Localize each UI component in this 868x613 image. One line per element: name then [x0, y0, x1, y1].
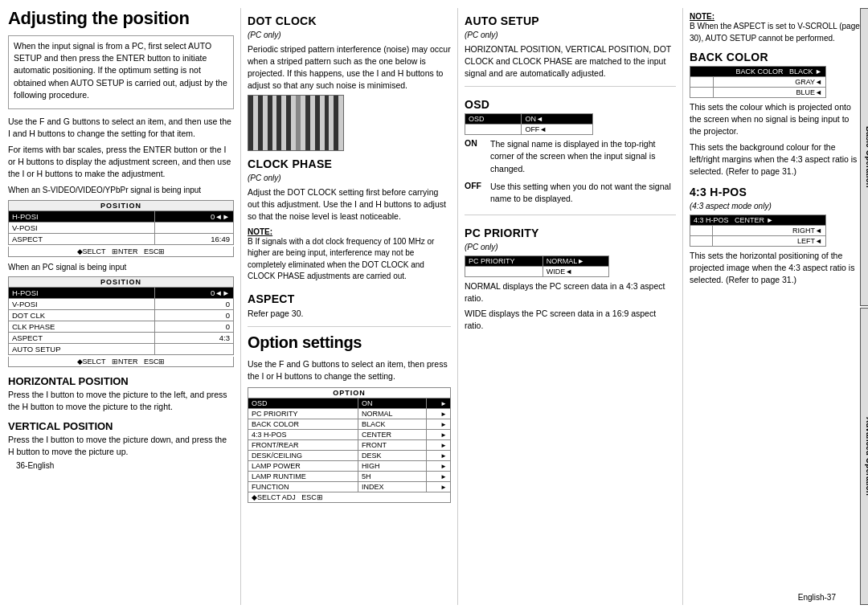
pos-row-label: CLK PHASE [9, 321, 155, 333]
option-row-label: BACK COLOR [248, 419, 358, 430]
main-title: Adjusting the position [8, 8, 234, 29]
pos-row-label: H-POSI [9, 210, 155, 222]
table-row: AUTO SETUP [9, 344, 234, 355]
left-footer: 36-English [16, 461, 242, 470]
pos-row-label: V-POSI [9, 222, 155, 233]
option-arrow: ► [426, 409, 450, 419]
back-color-title: BACK COLOR [690, 51, 860, 63]
back-color-row: BACK COLOR BLACK ► [690, 67, 826, 77]
table-row: BLUE◄ [690, 88, 826, 98]
advanced-operation-label: Advanced Operation [860, 308, 868, 606]
table-row: WIDE◄ [465, 266, 609, 276]
back-color-text1: This sets the colour which is projected … [690, 101, 860, 138]
auto-setup-text: HORIZONTAL POSITION, VERTICAL POSITION, … [465, 43, 676, 80]
dot-clock-subtitle: (PC only) [248, 30, 451, 42]
signal-label2: When an PC signal is being input [8, 262, 234, 274]
horiz-pos-text: Press the I button to move the picture t… [8, 389, 234, 413]
note-box-text: B When the ASPECT is set to V-SCROLL (pa… [690, 21, 860, 44]
clock-phase-text: Adjust the DOT CLOCK setting first befor… [248, 186, 451, 223]
stripe [338, 96, 343, 150]
table-row: V-POSI 0 [9, 299, 234, 310]
pc-wide-text: WIDE displays the PC screen data in a 16… [465, 308, 676, 332]
table-row: PC PRIORITY NORMAL ► [248, 409, 451, 419]
option-row-label: LAMP RUNTIME [248, 472, 358, 482]
osd-row-label [465, 125, 522, 135]
table-row: CLK PHASE 0 [9, 321, 234, 333]
option-row-value: 5H [358, 472, 427, 482]
osd-row-label: OSD [465, 114, 522, 125]
osd-table: OSD ON◄ OFF◄ [465, 113, 593, 135]
pos-row-value: 0 ◄► [155, 210, 234, 222]
table-row: ASPECT 4:3 [9, 333, 234, 344]
table-row: OFF◄ [465, 125, 593, 135]
hpos-row [690, 225, 713, 235]
pc-priority-section: PC PRIORITY (PC only) PC PRIORITY NORMAL… [465, 215, 676, 332]
basic-operation-label: Basic Operation [860, 8, 868, 306]
pos-table-2: H-POSI 0 ◄► V-POSI 0 DOT CLK 0 CLK PHASE… [8, 287, 234, 355]
pos-row-value: 0 [155, 321, 234, 333]
osd-on-text: The signal name is displayed in the top-… [490, 138, 676, 175]
option-row-value: DESK [358, 451, 427, 461]
table-row: 4:3 H-POS CENTER ► [248, 430, 451, 440]
option-row-value: HIGH [358, 461, 427, 472]
on-label: ON [465, 138, 487, 148]
pc-normal-text: NORMAL displays the PC screen data in a … [465, 280, 676, 304]
select-row-2: ◆SELCT ⊞NTER ESC⊞ [8, 357, 234, 367]
table-row: OSD ON ► [248, 398, 451, 409]
table-row: V-POSI [9, 222, 234, 233]
pc-row-value: NORMAL► [542, 255, 608, 266]
hpos-value: RIGHT◄ [712, 225, 825, 235]
osd-title: OSD [465, 98, 676, 111]
pc-priority-subtitle: (PC only) [465, 242, 676, 254]
aspect-title: ASPECT [248, 292, 451, 305]
intro-text: When the input signal is from a PC, firs… [14, 40, 228, 101]
hpos-text: This sets the horizontal positioning of … [690, 250, 860, 287]
option-arrow: ► [426, 482, 450, 492]
pc-priority-title: PC PRIORITY [465, 227, 676, 239]
hpos-row [690, 235, 713, 246]
note-text: B If signals with a dot clock frequency … [248, 236, 451, 283]
pos-table-1: H-POSI 0 ◄► V-POSI ASPECT 16:49 [8, 210, 234, 245]
signal-label1: When an S-VIDEO/VIDEO/YPbPr signal is be… [8, 185, 234, 197]
hpos-value: LEFT◄ [712, 235, 825, 246]
pos-row-value [155, 344, 234, 355]
table-row: FRONT/REAR FRONT ► [248, 440, 451, 451]
pos-row-value: 16:49 [155, 233, 234, 244]
osd-on-row: ON The signal name is displayed in the t… [465, 138, 676, 178]
back-color-row [690, 77, 714, 88]
option-row-label: FRONT/REAR [248, 440, 358, 451]
option-select-row: ◆SELCT ADJ ESC⊞ [248, 492, 451, 503]
option-intro: Use the F and G buttons to select an ite… [248, 358, 451, 382]
option-row-value: FRONT [358, 440, 427, 451]
option-row-value: ON [358, 398, 427, 409]
hpos-title: 4:3 H-POS [690, 186, 860, 198]
pc-priority-table: PC PRIORITY NORMAL► WIDE◄ [465, 255, 609, 277]
back-color-table: BACK COLOR BLACK ► GRAY◄ BLUE◄ [690, 66, 826, 98]
back-color-value: BLUE◄ [714, 88, 826, 98]
table-row: BACK COLOR BLACK ► [248, 419, 451, 430]
position-diagram-1: POSITION H-POSI 0 ◄► V-POSI ASPECT 16:49… [8, 200, 234, 257]
option-arrow: ► [426, 440, 450, 451]
right-footer: English-37 [798, 593, 836, 602]
off-label: OFF [465, 181, 487, 190]
table-row: H-POSI 0 ◄► [9, 288, 234, 299]
pos-row-value: 0 [155, 310, 234, 321]
pos-row-label: ASPECT [9, 333, 155, 344]
left-column: Adjusting the position When the input si… [8, 8, 241, 605]
dotclock-image [248, 95, 344, 151]
pos-label-1: POSITION [8, 200, 234, 210]
note-title: NOTE: [248, 227, 272, 236]
pc-row-label: PC PRIORITY [465, 255, 543, 266]
table-row: 4:3 H-POS CENTER ► [690, 215, 826, 225]
option-arrow: ► [426, 398, 450, 409]
vert-pos-title: VERTICAL POSITION [8, 420, 234, 432]
select-row-1: ◆SELCT ⊞NTER ESC⊞ [8, 247, 234, 257]
pos-label-2: POSITION [8, 276, 234, 287]
back-color-row [690, 88, 714, 98]
dot-clock-text: Periodic striped pattern interference (n… [248, 43, 451, 92]
table-row: DOT CLK 0 [9, 310, 234, 321]
right-column: AUTO SETUP (PC only) HORIZONTAL POSITION… [458, 8, 860, 605]
pos-row-label: DOT CLK [9, 310, 155, 321]
table-row: OPTION [248, 388, 451, 398]
table-row: FUNCTION INDEX ► [248, 482, 451, 492]
